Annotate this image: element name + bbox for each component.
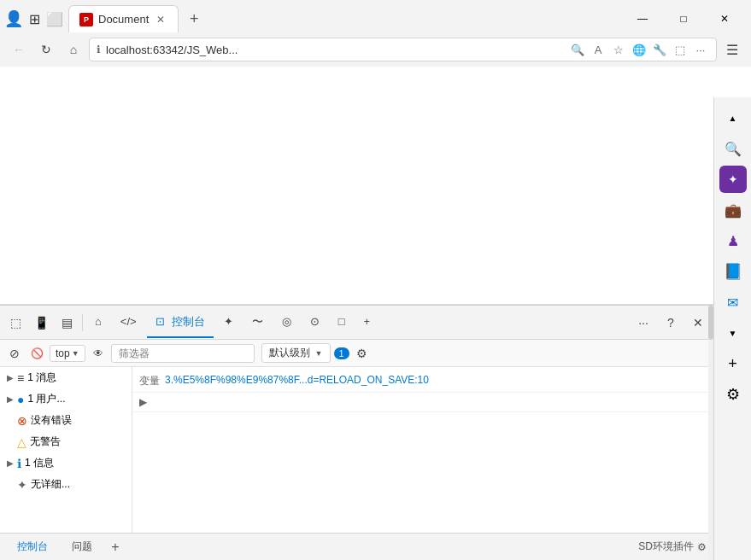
minimize-button[interactable]: — bbox=[623, 5, 662, 32]
address-icons: 🔍 A ☆ 🌐 🔧 ⬚ ··· bbox=[569, 41, 709, 58]
collections-icon[interactable]: ♟ bbox=[719, 227, 747, 254]
close-button[interactable]: ✕ bbox=[705, 5, 744, 32]
tab-close-button[interactable]: ✕ bbox=[154, 13, 167, 26]
toolbar-separator bbox=[82, 314, 83, 331]
console-filter-panel: ▶ ≡ 1 消息 ▶ ● 1 用户... ▶ ⊗ 没有错误 ▶ △ 无警告 bbox=[0, 367, 132, 533]
verbose-icon: ✦ bbox=[17, 478, 27, 492]
add-tab-button[interactable]: + bbox=[106, 538, 125, 557]
tab-performance[interactable]: ◎ bbox=[273, 307, 300, 338]
extensions-bar-icon[interactable]: 🔧 bbox=[651, 41, 668, 58]
filter-item-info[interactable]: ▶ ℹ 1 信息 bbox=[0, 452, 132, 474]
tab-debugger[interactable]: ✦ bbox=[215, 307, 242, 338]
inspect-element-button[interactable]: ⬚ bbox=[3, 311, 27, 335]
mail-icon[interactable]: ✉ bbox=[719, 289, 747, 316]
console-content: ▶ ≡ 1 消息 ▶ ● 1 用户... ▶ ⊗ 没有错误 ▶ △ 无警告 bbox=[0, 367, 713, 533]
address-input[interactable]: ℹ localhost:63342/JS_Web... 🔍 A ☆ 🌐 🔧 ⬚ … bbox=[89, 38, 717, 61]
expand-icon[interactable]: ▼ bbox=[719, 319, 747, 347]
address-bar: ← ↻ ⌂ ℹ localhost:63342/JS_Web... 🔍 A ☆ … bbox=[0, 32, 751, 67]
user-icon: ● bbox=[17, 393, 24, 406]
filter-item-user[interactable]: ▶ ● 1 用户... bbox=[0, 388, 132, 410]
devtools-panel: ⬚ 📱 ▤ ⌂ </> ⊡ 控制台 ✦ 〜 ◎ ⊙ □ + ··· ? ✕ ⊘ … bbox=[0, 305, 713, 560]
filter-input[interactable] bbox=[111, 344, 255, 363]
maximize-button[interactable]: □ bbox=[664, 5, 703, 32]
tab-favicon: P bbox=[79, 13, 93, 26]
filter-item-errors[interactable]: ▶ ⊗ 没有错误 bbox=[0, 410, 132, 431]
split-view-icon[interactable]: ⬚ bbox=[672, 41, 689, 58]
earth-icon[interactable]: 🌐 bbox=[631, 41, 648, 58]
error-icon: ⊗ bbox=[17, 414, 27, 428]
devtools-more-button[interactable]: ··· bbox=[631, 311, 655, 335]
watch-expression-button[interactable]: 👁 bbox=[89, 344, 108, 363]
filter-item-warnings[interactable]: ▶ △ 无警告 bbox=[0, 431, 132, 452]
settings-sidebar-icon[interactable]: ⚙ bbox=[719, 381, 747, 408]
copilot-icon[interactable]: ✦ bbox=[719, 166, 747, 193]
active-tab[interactable]: P Document ✕ bbox=[68, 5, 179, 32]
new-tab-button[interactable]: + bbox=[182, 7, 206, 31]
console-settings-icon[interactable]: ⚙ bbox=[353, 344, 372, 363]
tab-application[interactable]: □ bbox=[330, 307, 354, 338]
messages-arrow: ▶ bbox=[7, 373, 14, 382]
filter-item-messages[interactable]: ▶ ≡ 1 消息 bbox=[0, 367, 132, 388]
refresh-button[interactable]: ↻ bbox=[34, 38, 58, 61]
tab-sources[interactable]: </> bbox=[112, 307, 145, 338]
split-icon[interactable]: ⬜ bbox=[48, 12, 62, 26]
tab-console[interactable]: ⊡ 控制台 bbox=[147, 307, 214, 338]
favorites-icon[interactable]: ☆ bbox=[610, 41, 627, 58]
bottom-right-tools[interactable]: SD环境插件 ⚙ bbox=[638, 540, 707, 554]
title-bar: 👤 ⊞ ⬜ P Document ✕ + — □ ✕ bbox=[0, 0, 751, 32]
info-icon: ℹ bbox=[17, 457, 21, 470]
more-icon[interactable]: ··· bbox=[692, 41, 709, 58]
bottom-tab-issues[interactable]: 问题 bbox=[62, 536, 103, 557]
context-selector[interactable]: top ▼ bbox=[50, 345, 85, 362]
console-link-variables[interactable]: 3.%E5%8F%98%E9%87%8F...d=RELOAD_ON_SAVE:… bbox=[165, 374, 429, 386]
add-sidebar-icon[interactable]: + bbox=[719, 350, 747, 377]
preserve-log-button[interactable]: 🚫 bbox=[27, 344, 46, 363]
log-level-selector[interactable]: 默认级别 ▼ bbox=[261, 343, 331, 363]
sidebar-search-icon[interactable]: 🔍 bbox=[719, 135, 747, 162]
tab-network[interactable]: 〜 bbox=[243, 307, 272, 338]
tab-memory[interactable]: ⊙ bbox=[302, 307, 328, 338]
level-label: 默认级别 bbox=[269, 346, 310, 360]
sidebar-icon[interactable]: ☰ bbox=[720, 38, 744, 61]
verbose-label: 无详细... bbox=[31, 477, 70, 492]
tab-label: Document bbox=[98, 13, 149, 26]
info-label: 1 信息 bbox=[25, 456, 54, 470]
info-arrow: ▶ bbox=[7, 458, 14, 468]
outlook-icon[interactable]: 📘 bbox=[719, 258, 747, 285]
console-tab-icon: ⊡ bbox=[155, 315, 165, 328]
tab-elements[interactable]: ⌂ bbox=[86, 307, 110, 338]
context-dropdown-icon: ▼ bbox=[72, 349, 79, 358]
messages-icon: ≡ bbox=[17, 371, 24, 385]
home-button[interactable]: ⌂ bbox=[62, 38, 85, 61]
devtools-help-button[interactable]: ? bbox=[659, 311, 683, 335]
console-tab-label: 控制台 bbox=[172, 314, 205, 330]
tools-settings-icon[interactable]: ⚙ bbox=[697, 541, 707, 553]
row-label-variables: 变量 bbox=[139, 374, 165, 388]
warn-icon: △ bbox=[17, 435, 26, 449]
tab-more[interactable]: + bbox=[355, 307, 379, 338]
read-mode-icon[interactable]: A bbox=[590, 41, 607, 58]
sidebar-toggle-button[interactable]: ▤ bbox=[55, 311, 79, 335]
shopping-icon[interactable]: 💼 bbox=[719, 196, 747, 224]
console-output-panel: 变量 3.%E5%8F%98%E9%87%8F...d=RELOAD_ON_SA… bbox=[132, 367, 713, 533]
browser-chrome: 👤 ⊞ ⬜ P Document ✕ + — □ ✕ ← ↻ ⌂ ℹ lo bbox=[0, 0, 751, 67]
expand-row-arrow[interactable]: ▶ bbox=[139, 396, 147, 408]
console-row-variables: 变量 3.%E5%8F%98%E9%87%8F...d=RELOAD_ON_SA… bbox=[132, 370, 713, 393]
scroll-up-icon[interactable]: ▲ bbox=[719, 104, 747, 131]
window-controls: — □ ✕ bbox=[623, 5, 744, 32]
devtools-close-button[interactable]: ✕ bbox=[686, 311, 710, 335]
clear-console-button[interactable]: ⊘ bbox=[5, 344, 24, 363]
back-button[interactable]: ← bbox=[7, 38, 31, 61]
extensions-icon[interactable]: ⊞ bbox=[27, 12, 41, 26]
search-icon[interactable]: 🔍 bbox=[569, 41, 586, 58]
bottom-tab-console[interactable]: 控制台 bbox=[7, 536, 58, 557]
row-value-variables: 3.%E5%8F%98%E9%87%8F...d=RELOAD_ON_SAVE:… bbox=[165, 374, 707, 386]
filter-item-verbose[interactable]: ▶ ✦ 无详细... bbox=[0, 474, 132, 495]
device-mode-button[interactable]: 📱 bbox=[29, 311, 53, 335]
user-label: 1 用户... bbox=[27, 392, 65, 406]
devtools-toolbar: ⬚ 📱 ▤ ⌂ </> ⊡ 控制台 ✦ 〜 ◎ ⊙ □ + ··· ? ✕ bbox=[0, 306, 713, 340]
user-arrow: ▶ bbox=[7, 394, 14, 404]
sd-tools-label: SD环境插件 bbox=[638, 540, 694, 554]
profile-icon[interactable]: 👤 bbox=[7, 12, 21, 26]
messages-label: 1 消息 bbox=[27, 370, 56, 385]
